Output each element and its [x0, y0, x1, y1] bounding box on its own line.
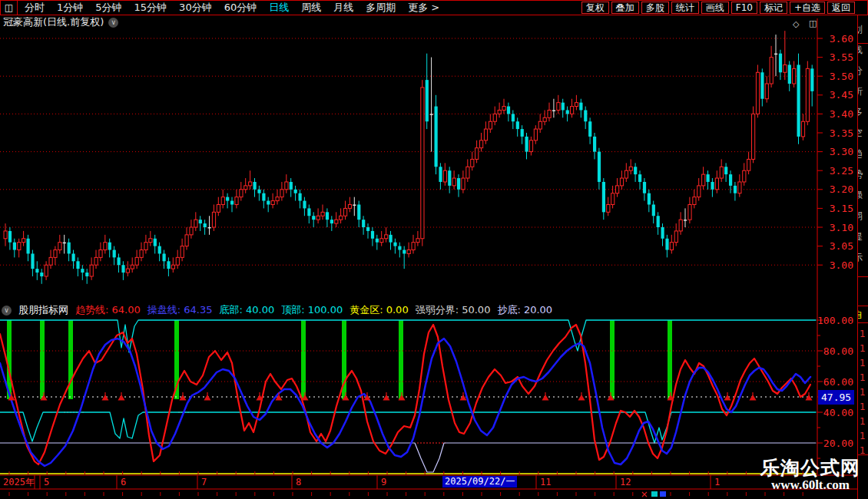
price-tick-label: 3.45 [830, 89, 853, 101]
period-tab-周线[interactable]: 周线 [301, 1, 321, 15]
side-strip-divider [858, 43, 868, 44]
period-tab-分时[interactable]: 分时 [25, 1, 45, 15]
indicator-last-value: 47.95 [821, 392, 851, 403]
buy-markers [9, 392, 812, 400]
price-tick-label: 3.05 [830, 240, 853, 252]
indicator-tick-label: 60.00 [823, 376, 853, 388]
side-strip-red-char: 1 [860, 343, 866, 354]
split-window-icon[interactable]: ◫ [1, 1, 18, 15]
toolbar-button-复权[interactable]: 复权 [581, 2, 609, 14]
price-tick-label: 3.55 [830, 51, 853, 63]
stock-app-window: 3.603.553.503.453.403.353.303.253.203.15… [0, 0, 868, 499]
indicator-name[interactable]: 股朋指标网 [18, 303, 68, 317]
side-strip-red-char: 1 [860, 372, 866, 383]
more-periods-button[interactable]: 更多 > [408, 1, 439, 15]
side-strip-red-char: 1 [860, 431, 866, 441]
toolbar-button-叠加[interactable]: 叠加 [611, 2, 639, 14]
side-strip-char: 多 [857, 106, 863, 119]
diamond-icon[interactable]: ◇ [793, 19, 799, 29]
indicator-field-底部: 底部: 40.00 [219, 303, 274, 317]
chevron-down-icon[interactable]: ∨ [108, 18, 118, 28]
side-strip-red-char: 1 [860, 387, 866, 398]
side-strip-divider [858, 322, 868, 323]
side-strip-char: 分 [857, 64, 863, 78]
side-strip-divider [858, 306, 868, 306]
watermark-url: www.60lt.com [754, 478, 866, 492]
period-tab-日线[interactable]: 日线 [269, 1, 289, 15]
mini-blue-box[interactable] [660, 491, 666, 497]
chart-canvas: 3.603.553.503.453.403.353.303.253.203.15… [0, 0, 868, 499]
toolbar-button-+自选[interactable]: +自选 [790, 2, 825, 14]
price-tick-label: 3.30 [830, 146, 853, 157]
toolbar-right-buttons: 复权叠加多股统计画线F10标记+自选返回 [581, 2, 855, 14]
price-tick-label: 3.60 [830, 33, 853, 45]
indicator-field-强弱分界: 强弱分界: 50.00 [416, 303, 491, 317]
indicator-field-操盘线: 操盘线: 64.35 [147, 303, 213, 317]
watermark: 乐淘公式网 www.60lt.com [754, 458, 866, 492]
indicator-header: ∨ 股朋指标网 趋势线: 64.00操盘线: 64.35底部: 40.00顶部:… [2, 303, 552, 317]
indicator-tick-label: 80.00 [823, 345, 853, 357]
watermark-site-name: 乐淘公式网 [754, 458, 866, 478]
side-strip-char: 空 [857, 127, 863, 140]
price-tick-label: 3.50 [830, 71, 853, 82]
period-tab-1分钟[interactable]: 1分钟 [57, 1, 83, 15]
toolbar-button-统计[interactable]: 统计 [671, 2, 699, 14]
side-strip-red-char: 1 [860, 358, 866, 368]
side-strip-char: 划 [857, 23, 863, 36]
signal-bars [7, 320, 672, 399]
toolbar-button-多股[interactable]: 多股 [641, 2, 669, 14]
period-tab-15分钟[interactable]: 15分钟 [134, 1, 167, 15]
period-tabs: 分时1分钟5分钟15分钟30分钟60分钟日线周线月线多周期更多 > [25, 1, 439, 15]
price-tick-label: 3.15 [830, 203, 853, 214]
right-side-strip[interactable]: 划线分析多空趋势强弱提示自111111111 [857, 15, 868, 499]
side-strip-char: 线 [857, 44, 863, 57]
indicator-tick-label: 40.00 [823, 407, 853, 418]
toolbar-button-返回[interactable]: 返回 [827, 2, 855, 14]
candlestick-series [4, 31, 813, 284]
indicator-field-抄底: 抄底: 20.00 [497, 303, 552, 317]
side-strip-char: 析 [857, 85, 863, 98]
mini-cyan-box[interactable] [651, 491, 658, 497]
side-strip-char: 趋 [857, 147, 863, 160]
series-顶部线 [0, 320, 816, 352]
period-tab-60分钟[interactable]: 60分钟 [224, 1, 257, 15]
price-tick-label: 3.40 [830, 108, 853, 120]
side-strip-red-char: 1 [860, 416, 866, 427]
period-tab-5分钟[interactable]: 5分钟 [95, 1, 121, 15]
side-strip-char: 弱 [857, 210, 863, 223]
close-mini-icon[interactable] [642, 492, 647, 497]
side-strip-divider [858, 276, 868, 277]
page-title: 冠豪高新(日线.前复权) [3, 15, 104, 29]
side-strip-char: 势 [857, 168, 863, 181]
series-抄底线 [0, 443, 816, 472]
side-strip-red-char: 1 [860, 445, 866, 456]
side-strip-red-char: 1 [860, 329, 866, 339]
price-tick-label: 3.25 [830, 165, 853, 177]
period-tab-多周期[interactable]: 多周期 [366, 1, 396, 15]
indicator-field-顶部: 顶部: 100.00 [281, 303, 343, 317]
price-tick-label: 3.00 [830, 259, 853, 271]
toolbar-button-标记[interactable]: 标记 [760, 2, 787, 14]
side-strip-char: 示 [857, 251, 863, 264]
side-strip-highlight-char: 自 [857, 309, 863, 322]
toolbar-button-画线[interactable]: 画线 [701, 2, 729, 14]
window-corner-icon[interactable]: ◫ [809, 18, 817, 28]
title-bar: 冠豪高新(日线.前复权) ∨ [3, 16, 118, 28]
period-tab-30分钟[interactable]: 30分钟 [179, 1, 212, 15]
price-tick-label: 3.35 [830, 127, 853, 139]
side-strip-red-char: 1 [860, 402, 866, 412]
indicator-tick-label: 20.00 [823, 438, 853, 449]
toolbar-button-F10[interactable]: F10 [731, 2, 757, 14]
side-strip-char: 强 [857, 189, 863, 202]
collapse-indicator-icon[interactable]: ∨ [2, 306, 12, 316]
series-操盘线 [0, 339, 810, 466]
price-tick-label: 3.20 [830, 183, 853, 195]
period-tab-月线[interactable]: 月线 [333, 1, 353, 15]
side-strip-char: 提 [857, 230, 863, 243]
price-tick-label: 3.10 [830, 222, 853, 233]
indicator-field-黄金区: 黄金区: 0.00 [350, 303, 408, 317]
period-toolbar: ◫ 分时1分钟5分钟15分钟30分钟60分钟日线周线月线多周期更多 > 复权叠加… [0, 0, 868, 15]
indicator-tick-label: 100.00 [817, 315, 853, 326]
indicator-field-趋势线: 趋势线: 64.00 [75, 303, 141, 317]
